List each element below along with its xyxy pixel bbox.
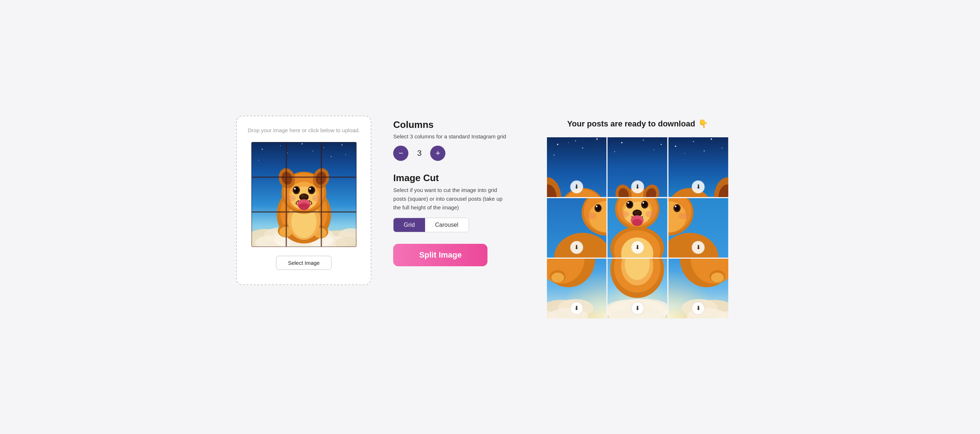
columns-section: Columns Select 3 columns for a standard … <box>393 119 509 161</box>
svg-point-71 <box>614 151 615 152</box>
svg-point-62 <box>568 143 569 143</box>
image-cut-description: Select if you want to cut the image into… <box>393 186 509 212</box>
svg-point-51 <box>312 195 323 201</box>
svg-point-113 <box>619 211 629 217</box>
svg-point-84 <box>684 153 685 154</box>
carousel-toggle-button[interactable]: Carousel <box>425 218 469 232</box>
download-icon-1-2: ⬇ <box>635 184 640 190</box>
download-button-1-2[interactable]: ⬇ <box>631 181 644 193</box>
svg-point-72 <box>654 150 655 150</box>
svg-point-1 <box>261 149 262 150</box>
output-cell-3-1: ⬇ <box>547 259 607 318</box>
output-cell-1-3: ⬇ <box>668 137 728 197</box>
svg-point-6 <box>258 160 259 160</box>
svg-point-59 <box>596 138 598 140</box>
svg-point-114 <box>646 211 656 217</box>
columns-minus-button[interactable]: − <box>393 146 408 161</box>
svg-point-112 <box>632 219 642 226</box>
select-image-button[interactable]: Select Image <box>276 256 332 270</box>
image-cut-title: Image Cut <box>393 173 509 184</box>
columns-value: 3 <box>416 149 423 158</box>
output-cell-3-3: ⬇ <box>668 259 728 318</box>
output-title-emoji: 👇 <box>698 119 708 128</box>
svg-point-82 <box>711 138 712 140</box>
svg-point-68 <box>621 142 623 143</box>
svg-point-47 <box>301 195 304 197</box>
svg-point-125 <box>679 213 689 219</box>
download-button-2-1[interactable]: ⬇ <box>570 241 583 254</box>
svg-point-3 <box>301 143 302 144</box>
columns-description: Select 3 columns for a standard Instagra… <box>393 133 509 141</box>
output-title-text: Your posts are ready to download <box>567 119 695 128</box>
cut-type-toggle: Grid Carousel <box>393 218 469 232</box>
svg-point-70 <box>661 144 662 145</box>
svg-point-95 <box>595 205 597 207</box>
download-icon-1-1: ⬇ <box>574 184 579 190</box>
svg-point-50 <box>285 195 296 201</box>
download-button-2-3[interactable]: ⬇ <box>692 241 705 254</box>
main-container: Drop your image here or click below to u… <box>236 116 744 318</box>
download-icon-2-1: ⬇ <box>574 244 579 250</box>
svg-point-58 <box>575 140 576 141</box>
output-image-grid: ⬇ <box>547 137 728 318</box>
svg-point-7 <box>345 154 346 155</box>
controls-panel: Columns Select 3 columns for a standard … <box>393 116 509 267</box>
output-cell-2-3: ⬇ <box>668 198 728 258</box>
download-icon-1-3: ⬇ <box>696 184 701 190</box>
download-button-1-1[interactable]: ⬇ <box>570 181 583 193</box>
svg-point-80 <box>675 146 676 147</box>
svg-point-8 <box>287 152 288 153</box>
svg-point-10 <box>331 156 331 157</box>
grid-toggle-button[interactable]: Grid <box>393 218 425 232</box>
svg-point-49 <box>299 203 309 210</box>
svg-point-9 <box>313 151 313 151</box>
split-image-button[interactable]: Split Image <box>393 244 487 266</box>
download-icon-2-2: ⬇ <box>635 244 640 250</box>
svg-point-60 <box>554 155 555 156</box>
svg-point-69 <box>643 139 644 141</box>
preview-image <box>251 142 356 247</box>
download-icon-3-3: ⬇ <box>696 306 701 311</box>
svg-point-81 <box>693 141 694 142</box>
columns-control: − 3 + <box>393 146 509 161</box>
image-preview-container[interactable] <box>251 142 356 247</box>
download-button-3-3[interactable]: ⬇ <box>692 302 705 315</box>
svg-point-153 <box>711 273 724 283</box>
svg-point-5 <box>341 144 342 145</box>
svg-point-83 <box>722 147 722 148</box>
output-cell-1-1: ⬇ <box>547 137 607 197</box>
download-button-1-3[interactable]: ⬇ <box>692 181 705 193</box>
svg-point-2 <box>280 145 281 146</box>
columns-title: Columns <box>393 119 509 130</box>
output-panel: Your posts are ready to download 👇 <box>531 116 744 318</box>
output-cell-2-1: ⬇ <box>547 198 607 258</box>
svg-point-85 <box>704 150 705 151</box>
svg-point-4 <box>323 147 324 148</box>
download-icon-2-3: ⬇ <box>696 244 701 250</box>
drop-text: Drop your image here or click below to u… <box>248 127 360 133</box>
download-icon-3-1: ⬇ <box>574 306 579 311</box>
download-icon-3-2: ⬇ <box>635 306 640 311</box>
svg-point-43 <box>294 188 296 190</box>
svg-point-132 <box>551 273 564 283</box>
svg-point-42 <box>309 187 314 193</box>
svg-point-44 <box>309 188 311 190</box>
image-cut-section: Image Cut Select if you want to cut the … <box>393 173 509 232</box>
download-button-3-2[interactable]: ⬇ <box>631 302 644 315</box>
upload-panel: Drop your image here or click below to u… <box>236 116 371 285</box>
output-cell-2-2: ⬇ <box>608 198 667 258</box>
output-cell-1-2: ⬇ <box>608 137 667 197</box>
columns-plus-button[interactable]: + <box>430 146 445 161</box>
svg-point-124 <box>675 205 676 207</box>
svg-point-108 <box>642 202 644 204</box>
svg-point-105 <box>627 202 629 204</box>
output-title: Your posts are ready to download 👇 <box>567 119 708 128</box>
svg-point-110 <box>634 210 641 214</box>
svg-point-96 <box>587 213 597 219</box>
svg-point-61 <box>582 147 583 149</box>
svg-point-41 <box>294 187 299 193</box>
svg-point-57 <box>557 144 558 145</box>
download-button-2-2[interactable]: ⬇ <box>631 241 644 254</box>
download-button-3-1[interactable]: ⬇ <box>570 302 583 315</box>
output-cell-3-2: ⬇ <box>608 259 667 318</box>
